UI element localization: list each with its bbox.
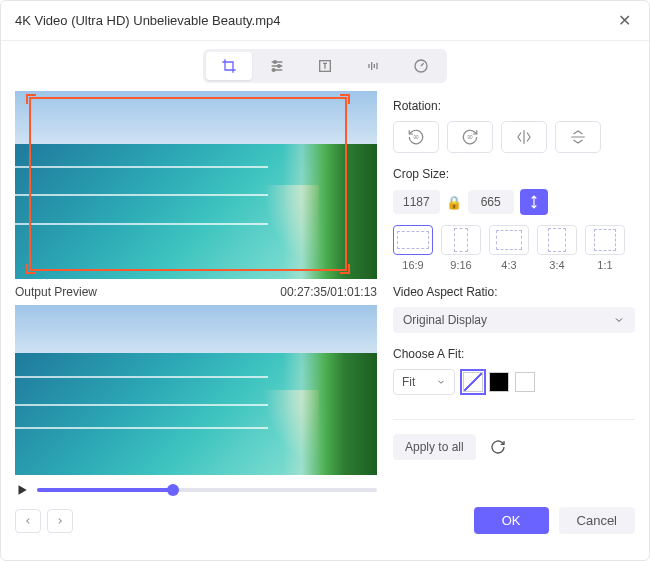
svg-point-4 [278, 65, 281, 68]
tab-adjust[interactable] [254, 52, 300, 80]
link-dimensions-button[interactable] [520, 189, 548, 215]
prev-button[interactable] [15, 509, 41, 533]
rotation-row: 90 90 [393, 121, 635, 153]
close-icon[interactable]: ✕ [614, 11, 635, 30]
sliders-icon [269, 58, 285, 74]
tab-speed[interactable] [398, 52, 444, 80]
footer-actions: OK Cancel [474, 507, 635, 534]
lock-icon[interactable]: 🔒 [446, 195, 462, 210]
tab-crop[interactable] [206, 52, 252, 80]
crop-icon [221, 58, 237, 74]
play-button[interactable] [15, 483, 29, 497]
crop-preview[interactable] [15, 91, 377, 279]
fit-label: Choose A Fit: [393, 347, 635, 361]
crop-handle-tl[interactable] [26, 94, 36, 104]
svg-point-3 [274, 61, 277, 64]
aspect-label: Video Aspect Ratio: [393, 285, 635, 299]
swatch-1[interactable] [489, 372, 509, 392]
main-content: Output Preview 00:27:35/01:01:13 Rotatio… [1, 91, 649, 497]
apply-to-all-button[interactable]: Apply to all [393, 434, 476, 460]
tab-bar [1, 41, 649, 91]
svg-point-5 [272, 69, 275, 72]
fit-value: Fit [402, 375, 415, 389]
svg-text:90: 90 [467, 135, 473, 140]
left-panel: Output Preview 00:27:35/01:01:13 [15, 91, 377, 497]
slider-thumb[interactable] [167, 484, 179, 496]
chevron-right-icon [55, 516, 65, 526]
aspect-ratio-value: Original Display [403, 313, 487, 327]
output-preview-label: Output Preview [15, 285, 97, 299]
ratio-9-16[interactable]: 9:16 [441, 225, 481, 271]
cancel-button[interactable]: Cancel [559, 507, 635, 534]
ratio-4-3[interactable]: 4:3 [489, 225, 529, 271]
chevron-left-icon [23, 516, 33, 526]
footer: OK Cancel [1, 497, 649, 544]
tab-text[interactable] [302, 52, 348, 80]
ratio-label: 1:1 [597, 259, 612, 271]
ratio-label: 4:3 [501, 259, 516, 271]
crop-size-row: 1187 🔒 665 [393, 189, 635, 215]
speed-icon [413, 58, 429, 74]
progress-slider[interactable] [37, 488, 377, 492]
crop-handle-tr[interactable] [340, 94, 350, 104]
flip-horizontal-button[interactable] [501, 121, 547, 153]
right-panel: Rotation: 90 90 Crop Size: 1187 🔒 665 [393, 91, 635, 497]
flip-vertical-icon [569, 128, 587, 146]
titlebar: 4K Video (Ultra HD) Unbelievable Beauty.… [1, 1, 649, 41]
ratio-label: 3:4 [549, 259, 564, 271]
crop-height-input[interactable]: 665 [468, 190, 514, 214]
rotate-left-button[interactable]: 90 [393, 121, 439, 153]
preview-labels: Output Preview 00:27:35/01:01:13 [15, 285, 377, 299]
next-button[interactable] [47, 509, 73, 533]
apply-row: Apply to all [393, 419, 635, 460]
crop-frame[interactable] [29, 97, 347, 271]
link-icon [527, 195, 541, 209]
ratio-16-9[interactable]: 16:9 [393, 225, 433, 271]
timecode: 00:27:35/01:01:13 [280, 285, 377, 299]
rotate-right-icon: 90 [461, 128, 479, 146]
window-title: 4K Video (Ultra HD) Unbelievable Beauty.… [15, 13, 280, 28]
fit-select[interactable]: Fit [393, 369, 455, 395]
flip-vertical-button[interactable] [555, 121, 601, 153]
swatch-2[interactable] [515, 372, 535, 392]
swatch-group [463, 372, 535, 392]
ok-button[interactable]: OK [474, 507, 549, 534]
ratio-label: 16:9 [402, 259, 423, 271]
rotation-label: Rotation: [393, 99, 635, 113]
svg-text:90: 90 [413, 135, 419, 140]
rotate-left-icon: 90 [407, 128, 425, 146]
chevron-down-icon [613, 314, 625, 326]
reset-icon [490, 439, 506, 455]
audio-icon [365, 58, 381, 74]
slider-fill [37, 488, 173, 492]
nav-arrows [15, 509, 73, 533]
crop-handle-bl[interactable] [26, 264, 36, 274]
fit-row: Fit [393, 369, 635, 395]
tab-audio[interactable] [350, 52, 396, 80]
swatch-0[interactable] [463, 372, 483, 392]
ratio-3-4[interactable]: 3:4 [537, 225, 577, 271]
play-icon [15, 483, 29, 497]
aspect-ratio-select[interactable]: Original Display [393, 307, 635, 333]
tab-group [203, 49, 447, 83]
crop-handle-br[interactable] [340, 264, 350, 274]
ratio-label: 9:16 [450, 259, 471, 271]
ratio-1-1[interactable]: 1:1 [585, 225, 625, 271]
player-controls [15, 483, 377, 497]
flip-horizontal-icon [515, 128, 533, 146]
text-icon [317, 58, 333, 74]
ratio-row: 16:99:164:33:41:1 [393, 225, 635, 271]
output-preview [15, 305, 377, 475]
reset-button[interactable] [490, 439, 506, 455]
rotate-right-button[interactable]: 90 [447, 121, 493, 153]
chevron-down-icon [436, 377, 446, 387]
crop-width-input[interactable]: 1187 [393, 190, 440, 214]
crop-size-label: Crop Size: [393, 167, 635, 181]
